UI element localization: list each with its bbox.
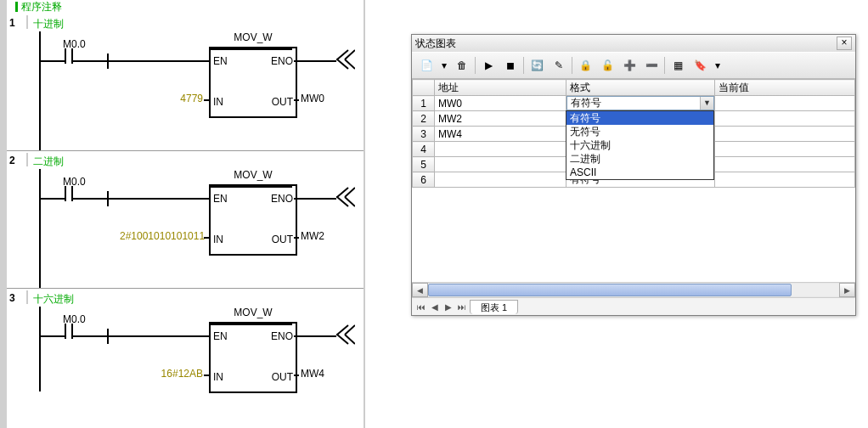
- network-title: 二进制: [33, 153, 64, 169]
- tab-next-icon[interactable]: ▶: [442, 301, 454, 313]
- eno-arrow-icon: [336, 48, 355, 70]
- cell-address[interactable]: [435, 157, 566, 172]
- network-2[interactable]: 2 二进制 M0.0 MOV_W EN ENO IN OUT: [7, 151, 364, 289]
- row-number: 4: [413, 142, 435, 157]
- cell-address[interactable]: MW0: [435, 96, 566, 111]
- cell-value[interactable]: [715, 157, 855, 172]
- row-number: 5: [413, 157, 435, 172]
- out-value[interactable]: MW0: [301, 93, 324, 104]
- status-chart-panel: 状态图表 × 📄 ▾ 🗑 ▶ ◼ 🔄 ✎ 🔒 🔓 ➕ ➖ ▦ 🔖 ▾: [411, 34, 856, 316]
- cell-value[interactable]: [715, 111, 855, 127]
- network-1[interactable]: 1 十进制 M0.0 MOV_W: [7, 14, 364, 151]
- program-comment-header: 程序注释: [7, 0, 364, 14]
- mov-w-block[interactable]: MOV_W EN ENO IN OUT: [209, 47, 297, 118]
- format-dropdown[interactable]: 有符号无符号十六进制二进制ASCII: [566, 110, 714, 180]
- eno-arrow-icon: [336, 186, 355, 208]
- scroll-left-icon[interactable]: ◀: [412, 283, 428, 297]
- chevron-down-icon[interactable]: ▼: [700, 97, 713, 110]
- col-format[interactable]: 格式: [566, 80, 715, 96]
- mov-w-block[interactable]: MOV_W EN ENO IN OUT: [209, 184, 297, 256]
- col-address[interactable]: 地址: [435, 80, 566, 96]
- tag-icon[interactable]: 🔖: [690, 56, 709, 75]
- cell-address[interactable]: [435, 142, 566, 157]
- eno-arrow-icon: [336, 324, 355, 346]
- dropdown-option[interactable]: 有符号: [566, 111, 713, 125]
- panel-titlebar[interactable]: 状态图表 ×: [412, 35, 855, 52]
- run-icon[interactable]: ▶: [479, 56, 498, 75]
- h-scrollbar[interactable]: ◀ ▶: [412, 282, 855, 297]
- new-chart-icon[interactable]: 📄: [417, 56, 436, 75]
- network-title: 十进制: [33, 15, 64, 31]
- sheet-tab[interactable]: 图表 1: [470, 300, 518, 314]
- row-number: 3: [413, 127, 435, 142]
- network-3[interactable]: 3 十六进制 M0.0 MOV_W EN ENO IN OUT: [7, 289, 364, 391]
- cell-address[interactable]: MW2: [435, 111, 566, 127]
- edit-icon[interactable]: ✎: [550, 56, 568, 75]
- dropdown-option[interactable]: ASCII: [566, 166, 713, 179]
- table-view-icon[interactable]: ▦: [668, 56, 687, 75]
- in-value[interactable]: 2#1001010101011: [120, 230, 203, 242]
- force-add-icon[interactable]: ➕: [620, 56, 639, 75]
- in-value[interactable]: 4779: [120, 93, 203, 104]
- cell-address[interactable]: MW4: [435, 127, 566, 142]
- close-button[interactable]: ×: [837, 37, 852, 50]
- force-remove-icon[interactable]: ➖: [642, 56, 661, 75]
- panel-title-text: 状态图表: [415, 37, 456, 51]
- mov-w-block[interactable]: MOV_W EN ENO IN OUT: [209, 322, 297, 393]
- status-table[interactable]: 地址 格式 当前值 1MW0有符号▼2MW2有符号3MW445有符号6有符号 有…: [412, 79, 855, 282]
- tab-last-icon[interactable]: ⏭: [456, 301, 468, 313]
- cell-format[interactable]: 有符号▼: [566, 96, 715, 111]
- cell-address[interactable]: [435, 172, 566, 188]
- cell-value[interactable]: [715, 142, 855, 157]
- dropdown-option[interactable]: 十六进制: [566, 138, 713, 152]
- delete-icon[interactable]: 🗑: [453, 56, 471, 75]
- network-number: 3: [7, 290, 28, 304]
- col-rownum[interactable]: [413, 80, 435, 96]
- ladder-editor: 程序注释 1 十进制 M0.0: [0, 0, 365, 428]
- unlock-icon[interactable]: 🔓: [598, 56, 617, 75]
- tab-prev-icon[interactable]: ◀: [429, 301, 441, 313]
- dropdown-option[interactable]: 无符号: [566, 125, 713, 138]
- dropdown-icon[interactable]: ▾: [439, 56, 449, 75]
- scroll-right-icon[interactable]: ▶: [839, 283, 855, 297]
- row-number: 2: [413, 111, 435, 127]
- sheet-tabs: ⏮ ◀ ▶ ⏭ 图表 1: [412, 297, 855, 315]
- out-value[interactable]: MW2: [301, 230, 324, 242]
- dropdown-option[interactable]: 二进制: [566, 152, 713, 166]
- refresh-icon[interactable]: 🔄: [527, 56, 546, 75]
- panel-toolbar: 📄 ▾ 🗑 ▶ ◼ 🔄 ✎ 🔒 🔓 ➕ ➖ ▦ 🔖 ▾: [412, 52, 855, 79]
- out-value[interactable]: MW4: [301, 368, 324, 380]
- row-number: 1: [413, 96, 435, 111]
- cell-value[interactable]: [715, 172, 855, 188]
- network-title: 十六进制: [33, 290, 74, 307]
- format-combobox[interactable]: 有符号▼: [566, 96, 714, 110]
- cell-value[interactable]: [715, 96, 855, 111]
- scroll-thumb[interactable]: [428, 284, 792, 296]
- tab-first-icon[interactable]: ⏮: [415, 301, 427, 313]
- cell-value[interactable]: [715, 127, 855, 142]
- in-value[interactable]: 16#12AB: [120, 368, 203, 380]
- col-value[interactable]: 当前值: [715, 80, 855, 96]
- stop-icon[interactable]: ◼: [501, 56, 520, 75]
- row-number: 6: [413, 172, 435, 188]
- lock-icon[interactable]: 🔒: [576, 56, 595, 75]
- network-number: 1: [7, 15, 28, 29]
- table-row[interactable]: 1MW0有符号▼: [413, 96, 855, 111]
- network-number: 2: [7, 153, 28, 166]
- dropdown-icon[interactable]: ▾: [713, 56, 723, 75]
